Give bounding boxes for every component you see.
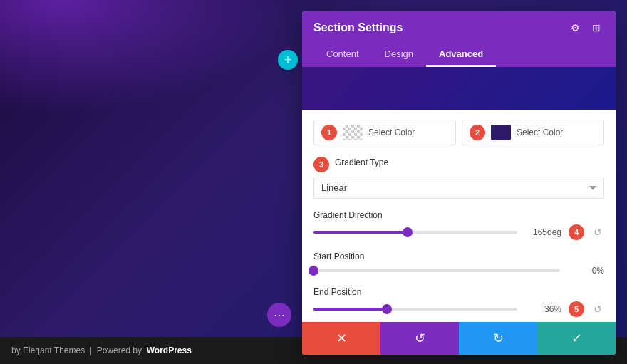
gradient-direction-slider-row: 165deg 4 ↺ xyxy=(314,224,604,240)
badge-1: 1 xyxy=(321,125,337,140)
badge-2: 2 xyxy=(470,125,485,140)
panel-header-icons: ⚙ ⊞ xyxy=(567,20,604,36)
section-settings-panel: Section Settings ⚙ ⊞ Content Design Adva… xyxy=(302,11,616,355)
gradient-direction-value: 165deg xyxy=(524,227,561,237)
settings-icon[interactable]: ⚙ xyxy=(567,20,583,36)
select-color-label-2: Select Color xyxy=(517,128,563,137)
layout-icon[interactable]: ⊞ xyxy=(589,20,604,36)
end-position-section: End Position 36% 5 ↺ xyxy=(314,287,604,317)
color-picker-2[interactable]: 2 Select Color xyxy=(462,120,604,145)
background-blur xyxy=(0,0,299,114)
tab-design[interactable]: Design xyxy=(372,43,426,67)
action-bar: ✕ ↺ ↻ ✓ xyxy=(302,322,616,355)
end-position-label: End Position xyxy=(314,287,604,297)
panel-title-row: Section Settings ⚙ ⊞ xyxy=(314,20,604,36)
gradient-direction-reset[interactable]: ↺ xyxy=(591,227,604,238)
gradient-type-label: Gradient Type xyxy=(335,157,388,167)
undo-icon: ↺ xyxy=(415,331,425,346)
start-position-section: Start Position 0% xyxy=(314,251,604,276)
save-button[interactable]: ✓ xyxy=(537,322,616,355)
end-position-thumb[interactable] xyxy=(382,304,392,314)
add-section-button[interactable]: + xyxy=(278,50,298,70)
dots-icon: ⋯ xyxy=(274,308,285,322)
gradient-direction-fill xyxy=(314,231,408,234)
more-options-button[interactable]: ⋯ xyxy=(267,303,291,327)
end-position-slider-row: 36% 5 ↺ xyxy=(314,301,604,317)
start-position-slider-row: 0% xyxy=(314,266,604,276)
badge-3: 3 xyxy=(314,157,329,172)
save-icon: ✓ xyxy=(571,331,582,346)
cancel-icon: ✕ xyxy=(336,331,347,346)
end-position-reset[interactable]: ↺ xyxy=(591,303,604,315)
undo-button[interactable]: ↺ xyxy=(380,322,459,355)
color-pickers-row: 1 Select Color 2 Select Color xyxy=(314,120,604,145)
panel-header: Section Settings ⚙ ⊞ Content Design Adva… xyxy=(302,11,616,67)
panel-tabs: Content Design Advanced xyxy=(314,43,604,67)
badge-5: 5 xyxy=(569,301,584,317)
redo-button[interactable]: ↻ xyxy=(459,322,537,355)
gradient-direction-thumb[interactable] xyxy=(403,227,413,237)
end-position-fill xyxy=(314,308,387,311)
gradient-direction-track xyxy=(314,231,517,234)
start-position-value: 0% xyxy=(567,266,604,276)
badge-4: 4 xyxy=(569,224,584,240)
footer-text: by Elegant Themes | Powered by WordPress xyxy=(11,345,192,355)
redo-icon: ↻ xyxy=(493,331,504,346)
gradient-type-section: 3 Gradient Type Linear Radial Conic xyxy=(314,157,604,199)
gradient-preview xyxy=(302,67,616,110)
tab-advanced[interactable]: Advanced xyxy=(426,43,496,67)
color-picker-1[interactable]: 1 Select Color xyxy=(314,120,456,145)
cancel-button[interactable]: ✕ xyxy=(302,322,380,355)
gradient-direction-label: Gradient Direction xyxy=(314,210,604,220)
start-position-thumb[interactable] xyxy=(309,266,318,276)
start-position-label: Start Position xyxy=(314,251,604,261)
panel-body: 1 Select Color 2 Select Color 3 Gradient… xyxy=(302,110,616,322)
gradient-direction-section: Gradient Direction 165deg 4 ↺ xyxy=(314,210,604,240)
color-swatch-1 xyxy=(343,125,363,140)
end-position-track xyxy=(314,308,517,311)
gradient-type-select[interactable]: Linear Radial Conic xyxy=(314,177,604,199)
end-position-value: 36% xyxy=(524,304,561,314)
color-swatch-2 xyxy=(491,125,511,140)
select-color-label-1: Select Color xyxy=(368,128,415,137)
panel-title: Section Settings xyxy=(314,21,403,34)
tab-content[interactable]: Content xyxy=(314,43,372,67)
start-position-track xyxy=(314,269,560,272)
